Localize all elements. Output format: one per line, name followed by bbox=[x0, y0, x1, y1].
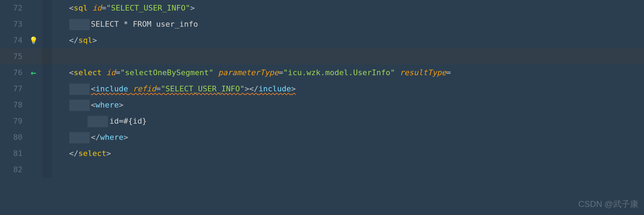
gutter-icon-slot[interactable]: 💡 bbox=[25, 32, 42, 48]
gutter-stripe bbox=[42, 145, 60, 162]
gutter-stripe bbox=[42, 48, 60, 65]
quote: " bbox=[283, 68, 288, 77]
tag-bracket: </ bbox=[69, 149, 79, 158]
tag-bracket: < bbox=[69, 4, 74, 12]
line-number: 79 bbox=[0, 113, 25, 129]
code-text[interactable]: <sql id="SELECT_USER_INFO"> bbox=[60, 0, 195, 16]
code-line[interactable]: 77 <include refid="SELECT_USER_INFO"></i… bbox=[0, 81, 644, 97]
attr-value: selectOneBySegment bbox=[125, 68, 208, 77]
tag-bracket: </ bbox=[91, 133, 101, 142]
xml-tag: where bbox=[100, 133, 123, 142]
indent-block bbox=[69, 132, 90, 143]
xml-attr: id bbox=[106, 68, 116, 77]
eq: = bbox=[116, 68, 120, 77]
space bbox=[128, 84, 133, 93]
quote: " bbox=[391, 68, 395, 77]
gutter-stripe bbox=[42, 162, 60, 178]
code-line[interactable]: 72 <sql id="SELECT_USER_INFO"> bbox=[0, 0, 644, 16]
tag-bracket: < bbox=[91, 100, 96, 109]
line-number: 72 bbox=[0, 0, 25, 16]
arrow-left-icon[interactable]: ← bbox=[31, 65, 36, 81]
sql-text: id=#{id} bbox=[109, 117, 147, 125]
xml-tag: where bbox=[96, 100, 119, 109]
code-line[interactable]: 76 ← <select id="selectOneBySegment" par… bbox=[0, 65, 644, 81]
gutter: 77 bbox=[0, 81, 60, 97]
gutter: 80 bbox=[0, 129, 60, 145]
code-line-current[interactable]: 75 bbox=[0, 48, 644, 65]
tag-bracket: > bbox=[92, 36, 97, 45]
lightbulb-icon[interactable]: 💡 bbox=[29, 32, 38, 48]
quote: " bbox=[186, 4, 190, 12]
attr-value: SELECT_USER_INFO bbox=[111, 4, 186, 12]
gutter-stripe bbox=[42, 65, 60, 81]
indent-block bbox=[69, 84, 90, 95]
code-text[interactable]: <select id="selectOneBySegment" paramete… bbox=[60, 65, 451, 81]
tag-bracket: < bbox=[91, 84, 96, 93]
tag-bracket: </ bbox=[69, 36, 79, 45]
eq: = bbox=[156, 84, 161, 93]
eq: = bbox=[446, 68, 451, 77]
indent-block bbox=[69, 100, 90, 111]
gutter-stripe bbox=[42, 0, 60, 16]
tag-bracket: > bbox=[123, 133, 128, 142]
line-number: 77 bbox=[0, 81, 25, 97]
code-line[interactable]: 79 id=#{id} bbox=[0, 113, 644, 129]
xml-tag: select bbox=[74, 68, 102, 77]
code-editor[interactable]: 72 <sql id="SELECT_USER_INFO"> 73 SELECT… bbox=[0, 0, 644, 215]
attr-value: SELECT_USER_INFO bbox=[165, 84, 240, 93]
gutter: 76 ← bbox=[0, 65, 60, 81]
space bbox=[102, 68, 106, 77]
xml-tag: include bbox=[96, 84, 128, 93]
gutter-stripe bbox=[42, 81, 60, 97]
xml-attr: parameterType bbox=[218, 68, 278, 77]
code-text[interactable]: SELECT * FROM user_info bbox=[60, 16, 198, 32]
attr-value: icu.wzk.model.UserInfo bbox=[288, 68, 390, 77]
quote: " bbox=[240, 84, 244, 93]
quote: " bbox=[161, 84, 165, 93]
eq: = bbox=[102, 4, 106, 12]
xml-tag: include bbox=[258, 84, 291, 93]
gutter-icon-slot[interactable]: ← bbox=[25, 65, 42, 81]
tag-bracket: </ bbox=[249, 84, 259, 93]
code-line[interactable]: 78 <where> bbox=[0, 97, 644, 113]
gutter: 82 bbox=[0, 162, 60, 178]
xml-tag: sql bbox=[78, 36, 92, 45]
code-text[interactable]: </select> bbox=[60, 145, 111, 162]
gutter: 72 bbox=[0, 0, 60, 16]
watermark-text: CSDN @武子康 bbox=[578, 196, 638, 212]
line-number: 74 bbox=[0, 32, 25, 48]
gutter: 81 bbox=[0, 145, 60, 162]
tag-bracket: < bbox=[69, 68, 74, 77]
code-text[interactable]: <where> bbox=[60, 97, 123, 113]
gutter: 78 bbox=[0, 97, 60, 113]
xml-attr: id bbox=[92, 4, 102, 12]
xml-tag: select bbox=[78, 149, 106, 158]
space bbox=[395, 68, 400, 77]
line-number: 80 bbox=[0, 129, 25, 145]
gutter: 79 bbox=[0, 113, 60, 129]
tag-bracket: > bbox=[106, 149, 111, 158]
sql-text: SELECT * FROM user_info bbox=[91, 20, 198, 28]
code-line[interactable]: 73 SELECT * FROM user_info bbox=[0, 16, 644, 32]
code-line[interactable]: 74 💡 </sql> bbox=[0, 32, 644, 48]
gutter: 75 bbox=[0, 48, 60, 65]
gutter-stripe bbox=[42, 32, 60, 48]
gutter-stripe bbox=[42, 97, 60, 113]
xml-tag: sql bbox=[74, 4, 88, 12]
code-line[interactable]: 80 </where> bbox=[0, 129, 644, 145]
code-text[interactable]: </where> bbox=[60, 129, 128, 145]
gutter-stripe bbox=[42, 129, 60, 145]
line-number: 78 bbox=[0, 97, 25, 113]
code-line[interactable]: 82 bbox=[0, 162, 644, 178]
quote: " bbox=[209, 68, 213, 77]
line-number: 82 bbox=[0, 162, 25, 178]
code-text[interactable]: </sql> bbox=[60, 32, 97, 48]
gutter-stripe bbox=[42, 113, 60, 129]
eq: = bbox=[279, 68, 283, 77]
code-line[interactable]: 81 </select> bbox=[0, 145, 644, 162]
line-number: 75 bbox=[0, 48, 25, 65]
code-text[interactable]: id=#{id} bbox=[60, 113, 147, 129]
tag-bracket: > bbox=[119, 100, 123, 109]
code-text[interactable]: <include refid="SELECT_USER_INFO"></incl… bbox=[60, 81, 296, 97]
line-number: 73 bbox=[0, 16, 25, 32]
